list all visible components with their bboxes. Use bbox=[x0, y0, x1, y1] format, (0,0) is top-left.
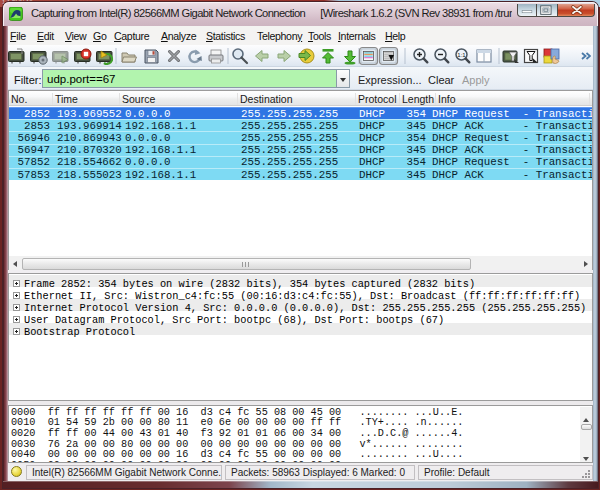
svg-text:1:1: 1:1 bbox=[457, 52, 466, 58]
